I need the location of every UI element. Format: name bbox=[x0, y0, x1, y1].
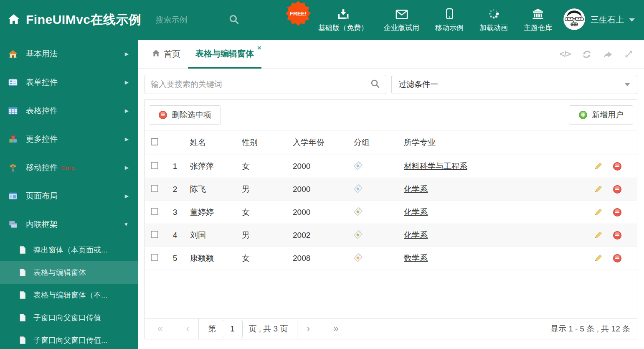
nav-label: 加载动画 bbox=[479, 23, 508, 33]
sidebar-item-grid-controls[interactable]: 表格控件 ▶ bbox=[0, 97, 138, 125]
minus-delete-icon bbox=[158, 110, 167, 120]
sidebar-item-basic-usage[interactable]: 基本用法 ▶ bbox=[0, 40, 138, 68]
select-all-checkbox[interactable] bbox=[151, 138, 158, 145]
filter-dropdown[interactable]: 过滤条件一 bbox=[391, 75, 637, 94]
keyword-search-input[interactable] bbox=[151, 80, 370, 89]
sidebar-item-label: 移动控件 bbox=[26, 162, 58, 173]
main-area: 首页 表格与编辑窗体 × </> 过滤 bbox=[138, 40, 644, 349]
tab-label: 表格与编辑窗体 bbox=[195, 48, 254, 59]
nav-mobile-demo[interactable]: 移动示例 bbox=[435, 7, 464, 33]
cell-name: 刘国 bbox=[183, 230, 235, 241]
header-search-input[interactable] bbox=[156, 15, 223, 25]
row-checkbox[interactable] bbox=[151, 231, 158, 238]
table-row: 1 张萍萍 女 2000 材料科学与工程系 bbox=[145, 155, 637, 178]
nav-enterprise-trial[interactable]: 企业版试用 bbox=[384, 7, 419, 33]
home-icon bbox=[8, 13, 20, 27]
last-page-button[interactable]: » bbox=[333, 324, 339, 334]
sidebar-item-more-controls[interactable]: 更多控件 ▶ bbox=[0, 125, 138, 153]
search-icon[interactable] bbox=[370, 79, 380, 90]
minus-delete-icon[interactable] bbox=[613, 162, 622, 171]
pencil-edit-icon[interactable] bbox=[593, 254, 603, 263]
sidebar-subitem-label: 子窗口向父窗口传值 bbox=[33, 313, 101, 323]
tag-icon bbox=[354, 207, 363, 216]
minus-delete-icon[interactable] bbox=[613, 254, 622, 263]
tab-actions: </> bbox=[560, 40, 644, 69]
forward-icon[interactable] bbox=[603, 50, 613, 59]
delete-selected-button[interactable]: 删除选中项 bbox=[149, 105, 221, 125]
nav-label: 企业版试用 bbox=[384, 23, 419, 33]
minus-delete-icon[interactable] bbox=[613, 208, 622, 217]
filter-bar: 过滤条件一 bbox=[145, 75, 637, 94]
sidebar-subitem-child-to-parent-2[interactable]: 子窗口向父窗口传值... bbox=[0, 329, 138, 349]
chevron-right-icon: ▶ bbox=[125, 165, 129, 171]
sidebar-item-page-layout[interactable]: 页面布局 ▶ bbox=[0, 182, 138, 210]
nav-label: 基础版（免费） bbox=[318, 23, 368, 33]
sidebar-item-mobile-controls[interactable]: 移动控件 Corp. ▶ bbox=[0, 153, 138, 182]
sidebar-subitem-child-to-parent[interactable]: 子窗口向父窗口传值 bbox=[0, 306, 138, 329]
next-page-button[interactable]: › bbox=[307, 324, 310, 334]
first-page-button[interactable]: « bbox=[157, 324, 163, 334]
add-user-button[interactable]: 新增用户 bbox=[569, 105, 633, 125]
major-link[interactable]: 化学系 bbox=[404, 208, 428, 217]
table-row: 2 陈飞 男 2000 化学系 bbox=[145, 178, 637, 201]
major-link[interactable]: 化学系 bbox=[404, 185, 428, 194]
nav-label: 主题仓库 bbox=[524, 23, 552, 33]
row-checkbox[interactable] bbox=[151, 254, 158, 261]
tab-grid-edit-window[interactable]: 表格与编辑窗体 × bbox=[188, 40, 261, 69]
row-checkbox[interactable] bbox=[151, 185, 158, 192]
nav-theme-store[interactable]: 主题仓库 bbox=[524, 7, 552, 33]
cell-name: 康颖颖 bbox=[183, 253, 235, 264]
free-badge: FREE! bbox=[285, 0, 312, 26]
refresh-icon[interactable] bbox=[582, 50, 591, 59]
column-header-year: 入学年份 bbox=[286, 137, 347, 148]
search-icon[interactable] bbox=[228, 14, 239, 26]
cell-gender: 男 bbox=[235, 230, 286, 241]
cell-year: 2000 bbox=[286, 208, 347, 217]
pencil-edit-icon[interactable] bbox=[593, 162, 603, 171]
sidebar-subitem-grid-edit-window-2[interactable]: 表格与编辑窗体（不... bbox=[0, 284, 138, 306]
cell-name: 陈飞 bbox=[183, 184, 235, 195]
major-link[interactable]: 数学系 bbox=[404, 254, 428, 262]
tag-icon bbox=[354, 230, 363, 239]
sidebar-subitem-label: 表格与编辑窗体（不... bbox=[33, 290, 107, 300]
major-link[interactable]: 化学系 bbox=[404, 231, 428, 239]
expand-icon[interactable] bbox=[624, 50, 633, 59]
page-icon bbox=[18, 268, 27, 277]
user-name: 三生石上 bbox=[591, 14, 624, 25]
spinner-icon bbox=[488, 7, 499, 20]
code-icon[interactable]: </> bbox=[560, 49, 570, 59]
tab-label: 首页 bbox=[164, 48, 180, 60]
row-checkbox[interactable] bbox=[151, 208, 158, 215]
pencil-edit-icon[interactable] bbox=[593, 231, 603, 240]
page-icon bbox=[18, 336, 27, 344]
sidebar-subitem-grid-edit-window[interactable]: 表格与编辑窗体 bbox=[0, 261, 138, 284]
tab-home[interactable]: 首页 bbox=[145, 40, 188, 69]
tag-icon bbox=[354, 253, 363, 262]
sidebar-subitem-popup-window[interactable]: 弹出窗体（本页面或... bbox=[0, 239, 138, 261]
grid-empty-space bbox=[145, 270, 637, 318]
sidebar-item-inline-frame[interactable]: 内联框架 ▼ bbox=[0, 210, 138, 239]
page-label-after: 页 , 共 3 页 bbox=[248, 324, 288, 334]
nav-loading-anim[interactable]: 加载动画 bbox=[479, 7, 508, 33]
sidebar-item-label: 基本用法 bbox=[26, 48, 58, 59]
prev-page-button[interactable]: ‹ bbox=[186, 324, 190, 334]
sidebar-item-form-controls[interactable]: 表单控件 ▶ bbox=[0, 68, 138, 97]
pencil-edit-icon[interactable] bbox=[593, 208, 603, 217]
cell-year: 2000 bbox=[286, 185, 347, 194]
major-link[interactable]: 材料科学与工程系 bbox=[404, 162, 467, 171]
minus-delete-icon[interactable] bbox=[613, 185, 622, 194]
page-icon bbox=[18, 291, 27, 299]
row-checkbox[interactable] bbox=[151, 162, 158, 169]
brand[interactable]: FineUIMvc在线示例 bbox=[0, 11, 142, 28]
page-number-input[interactable] bbox=[222, 320, 243, 338]
page-label-before: 第 bbox=[208, 324, 216, 334]
close-icon[interactable]: × bbox=[257, 44, 261, 51]
nav-basic-free[interactable]: 基础版（免费） bbox=[318, 7, 368, 33]
minus-delete-icon[interactable] bbox=[613, 231, 622, 240]
column-header-group: 分组 bbox=[347, 137, 397, 148]
user-menu[interactable]: 三生石上 bbox=[563, 8, 644, 32]
antenna-icon bbox=[8, 163, 18, 172]
cell-gender: 女 bbox=[235, 161, 286, 172]
corp-badge: Corp. bbox=[61, 164, 76, 171]
pencil-edit-icon[interactable] bbox=[593, 185, 603, 194]
